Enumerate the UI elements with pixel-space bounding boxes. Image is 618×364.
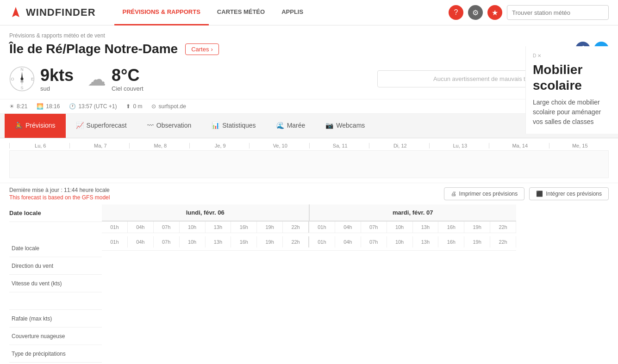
data-cell: 19h <box>464 236 490 247</box>
sunset-time: 18:16 <box>46 103 60 110</box>
forecast-table: lundi, févr. 06mardi, févr. 0701h04h07h1… <box>102 204 516 364</box>
compass-icon: N S O E <box>9 66 35 92</box>
print-button[interactable]: 🖨 Imprimer ces prévisions <box>444 187 525 200</box>
main-nav: PRÉVISIONS & RAPPORTS CARTES MÉTÉO APPLI… <box>114 0 312 25</box>
search-input[interactable] <box>507 5 609 20</box>
favorites-button[interactable]: ★ <box>487 5 502 20</box>
tab-previsions[interactable]: 🚴 Prévisions <box>5 114 66 138</box>
tab-webcams[interactable]: 📷 Webcams <box>315 114 375 138</box>
tab-maree-label: Marée <box>287 122 306 129</box>
label-wind-speed: Vitesse du vent (kts) <box>9 275 102 292</box>
data-cell: 01h <box>309 236 335 247</box>
temperature: 8°C <box>112 66 144 85</box>
page-title: Île de Ré/Plage Notre-Dame <box>9 42 178 56</box>
tab-observation[interactable]: 〰 Observation <box>137 114 201 138</box>
wind-direction: sud <box>40 85 74 92</box>
altitude-icon: ⬆ <box>126 103 131 110</box>
source-info: ⊙ surfspot.de <box>151 103 186 110</box>
chart-day-label: Di, 12 <box>369 143 429 148</box>
wind-speed: 9kts <box>40 66 74 85</box>
tab-webcams-label: Webcams <box>336 122 365 129</box>
chart-day-label: Ve, 10 <box>249 143 309 148</box>
tab-statistiques[interactable]: 📊 Statistiques <box>201 114 266 138</box>
help-button[interactable]: ? <box>449 5 463 20</box>
svg-text:S: S <box>20 86 23 90</box>
tab-statistiques-label: Statistiques <box>222 122 256 129</box>
time-row: 01h04h07h10h13h16h19h22h01h04h07h10h13h1… <box>102 222 516 233</box>
tab-superforecast[interactable]: 📈 Superforecast <box>66 114 137 138</box>
chart-day-label: Ma, 14 <box>489 143 549 148</box>
chart-day-label: Je, 9 <box>189 143 250 148</box>
data-cell: 19h <box>257 236 283 247</box>
altitude-value: 0 m <box>133 103 142 110</box>
data-cell: 01h <box>102 236 128 247</box>
chart-day-label: Sa, 11 <box>309 143 369 148</box>
print-label: Imprimer ces prévisions <box>459 191 518 197</box>
cartes-arrow-icon: › <box>211 46 212 53</box>
time-cell: 16h <box>231 222 257 233</box>
svg-text:N: N <box>20 67 24 72</box>
label-date-locale: Date locale <box>9 240 102 257</box>
chart-day-label: Me, 8 <box>129 143 189 148</box>
superforecast-icon: 📈 <box>76 122 84 129</box>
last-update: Dernière mise à jour : 11:44 heure local… <box>9 187 110 193</box>
tab-superforecast-label: Superforecast <box>87 122 127 129</box>
ad-badge: D ✕ <box>533 53 611 58</box>
breadcrumb: Prévisions & rapports météo et de vent <box>9 32 609 39</box>
webcam-icon: 📷 <box>325 122 333 129</box>
nav-cartes[interactable]: CARTES MÉTÉO <box>209 0 273 25</box>
current-time-info: 🕐 13:57 (UTC +1) <box>69 103 117 110</box>
sky-description: Ciel couvert <box>112 85 144 92</box>
time-cell: 13h <box>206 222 231 233</box>
label-precip-type: Type de précipitations <box>9 345 102 363</box>
date-local-header: Date locale <box>9 204 102 222</box>
stats-icon: 📊 <box>212 122 219 129</box>
forecast-toolbar: Dernière mise à jour : 11:44 heure local… <box>0 183 618 204</box>
svg-marker-0 <box>12 7 19 17</box>
date-header-day1: lundi, févr. 06 <box>102 204 310 221</box>
tab-previsions-label: Prévisions <box>25 122 56 129</box>
ad-area: D ✕ Mobilier scolaire Large choix de mob… <box>525 46 618 134</box>
altitude-info: ⬆ 0 m <box>126 103 142 110</box>
sunrise-icon: ☀ <box>9 103 14 110</box>
data-cell: 07h <box>154 236 180 247</box>
chart-bars[interactable] <box>9 150 609 178</box>
logo: WINDFINDER <box>9 6 96 19</box>
cartes-button[interactable]: Cartes › <box>185 43 219 55</box>
date-group-headers: lundi, févr. 06mardi, févr. 07 <box>102 204 516 222</box>
time-cell: 19h <box>464 222 490 233</box>
toolbar-actions: 🖨 Imprimer ces prévisions ⬛ Intégrer ces… <box>444 187 609 200</box>
ad-title: Mobilier scolaire <box>533 62 611 93</box>
data-cell: 16h <box>231 236 257 247</box>
source-icon: ⊙ <box>151 103 156 110</box>
wind-speed-info: 9kts sud <box>40 66 74 92</box>
forecast-section: Date locale Date locale Direction du ven… <box>0 204 618 364</box>
data-cell: 16h <box>438 236 464 247</box>
embed-icon: ⬛ <box>536 191 543 197</box>
data-cell: 13h <box>413 236 439 247</box>
time-cell: 19h <box>257 222 283 233</box>
model-note: This forecast is based on the GFS model <box>9 194 110 201</box>
chart-day-label: Lu, 6 <box>9 143 69 148</box>
settings-button[interactable]: ⚙ <box>468 5 483 20</box>
forecast-labels: Date locale Date locale Direction du ven… <box>9 204 102 364</box>
data-cell: 07h <box>361 236 387 247</box>
svg-text:O: O <box>11 77 14 81</box>
time-cell: 04h <box>128 222 154 233</box>
sunset-info: 🌅 18:16 <box>37 103 60 110</box>
embed-button[interactable]: ⬛ Intégrer ces prévisions <box>529 187 609 200</box>
label-cloud: Couverture nuageuse <box>9 327 102 345</box>
time-cell: 01h <box>102 222 128 233</box>
nav-applis[interactable]: APPLIS <box>273 0 312 25</box>
sunrise-info: ☀ 8:21 <box>9 103 27 110</box>
nav-previsions[interactable]: PRÉVISIONS & RAPPORTS <box>114 0 209 25</box>
date-header-day2: mardi, févr. 07 <box>310 204 517 221</box>
chart-days: Lu, 6Ma, 7Me, 8Je, 9Ve, 10Sa, 11Di, 12Lu… <box>9 143 609 150</box>
title-row: Île de Ré/Plage Notre-Dame Cartes › f t <box>9 42 609 56</box>
tab-maree[interactable]: 🌊 Marée <box>266 114 316 138</box>
time-cell: 07h <box>154 222 180 233</box>
sunrise-time: 8:21 <box>17 103 27 110</box>
time-cell: 16h <box>438 222 464 233</box>
wind-info: N S O E 9kts sud <box>9 66 74 92</box>
time-cell: 22h <box>283 222 309 233</box>
